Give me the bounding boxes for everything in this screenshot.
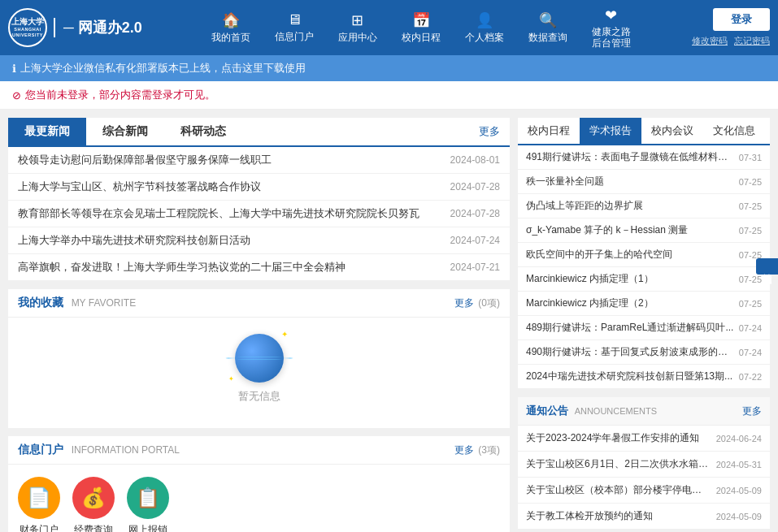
announce-item[interactable]: 关于宝山校区（校本部）部分楼宇停电的通知 2024-05-09 [518, 478, 770, 504]
right-column: 校内日程 学术报告 校内会议 文化信息 491期行健讲坛：表面电子显微镜在低维材… [518, 118, 770, 532]
right-news-item[interactable]: Marcinkiewicz 内插定理（2） 07-25 [518, 292, 770, 316]
news-item[interactable]: 上海大学与宝山区、杭州字节科技签署战略合作协议 2024-07-28 [8, 174, 510, 201]
news-item-title: 校领导走访慰问后勤保障部暑假坚守服务保障一线职工 [18, 153, 442, 167]
favorites-more-link[interactable]: 更多 [454, 296, 474, 310]
news-more-link[interactable]: 更多 [469, 118, 510, 145]
main-nav: 🏠 我的首页 🖥 信息门户 ⊞ 应用中心 📅 校内日程 👤 个人档案 🔍 数据查… [150, 2, 692, 54]
nav-calendar[interactable]: 📅 校内日程 [390, 6, 452, 50]
info-icon-finance[interactable]: 📄 财务门户 [18, 477, 60, 532]
news-item-title: 高举旗帜，奋发进取！上海大学师生学习热议党的二十届三中全会精神 [18, 260, 442, 275]
planet-star1: ✦ [281, 330, 288, 339]
info-icon-expense[interactable]: 💰 经费查询 [72, 477, 115, 532]
home-icon: 🏠 [222, 11, 240, 29]
news-item-title: 上海大学与宝山区、杭州字节科技签署战略合作协议 [18, 179, 442, 194]
news-item[interactable]: 上海大学举办中瑞先进技术研究院科技创新日活动 2024-07-24 [8, 227, 510, 254]
favorites-title-area: 我的收藏 MY FAVORITE [18, 296, 136, 310]
feedback-button[interactable]: 问题反馈 [756, 258, 778, 275]
right-news-item[interactable]: 欧氏空间中的开子集上的哈代空间 07-25 [518, 243, 770, 267]
news-item-date: 2024-07-28 [450, 208, 500, 219]
nav-profile[interactable]: 👤 个人档案 [454, 6, 515, 50]
info-portal-title-area: 信息门户 INFORMATION PORTAL [18, 443, 180, 457]
favorites-more-area: 更多 (0项) [454, 296, 500, 310]
right-news-date: 07-25 [739, 226, 762, 236]
modify-password-link[interactable]: 修改密码 [692, 35, 728, 47]
right-news-title: 欧氏空间中的开子集上的哈代空间 [526, 248, 734, 262]
planet-ring [225, 357, 293, 360]
announce-item[interactable]: 关于2023-2024学年暑假工作安排的通知 2024-06-24 [518, 426, 770, 452]
nav-home[interactable]: 🏠 我的首页 [200, 6, 262, 50]
right-news-date: 07-22 [739, 372, 762, 382]
profile-label: 个人档案 [465, 31, 504, 45]
app-icon: ⊞ [351, 11, 363, 29]
right-news-item[interactable]: Marcinkiewicz 内插定理（1） 07-25 [518, 267, 770, 292]
notice-text: 上海大学企业微信私有化部署版本已上线，点击这里下载使用 [20, 61, 306, 76]
warning-text: 您当前未登录，部分内容需登录才可见。 [25, 88, 215, 102]
news-tabs: 最更新闻 综合新闻 科研动态 更多 [8, 118, 510, 147]
reimbursement-icon-circle: 📋 [127, 477, 169, 519]
news-item[interactable]: 教育部部长等领导在京会见瑞士工程院院长、上海大学中瑞先进技术研究院院长贝努瓦 2… [8, 201, 510, 227]
login-button[interactable]: 登录 [713, 8, 770, 31]
info-portal-count: (3项) [478, 443, 500, 457]
right-news-item[interactable]: 秩一张量补全问题 07-25 [518, 170, 770, 194]
announce-list: 关于2023-2024学年暑假工作安排的通知 2024-06-24 关于宝山校区… [518, 426, 770, 530]
news-item[interactable]: 高举旗帜，奋发进取！上海大学师生学习热议党的二十届三中全会精神 2024-07-… [8, 254, 510, 281]
finance-label: 财务门户 [20, 523, 59, 532]
tab-research-news[interactable]: 科研动态 [164, 118, 242, 145]
announce-more-link[interactable]: 更多 [742, 404, 762, 418]
tab-recent-news[interactable]: 最更新闻 [8, 118, 86, 145]
right-news-item[interactable]: 2024中瑞先进技术研究院科技创新日暨第13期... 07-22 [518, 365, 770, 389]
calendar-icon: 📅 [412, 11, 430, 29]
planet-star2: ✦ [228, 375, 234, 383]
warning-icon: ⊘ [12, 89, 21, 102]
right-news-item[interactable]: 490期行健讲坛：基于回复式反射波束成形的无... 07-24 [518, 340, 770, 365]
tab-school-calendar[interactable]: 校内日程 [518, 118, 580, 144]
news-item-date: 2024-07-21 [450, 262, 500, 273]
announce-header: 通知公告 ANNOUNCEMENTS 更多 [518, 397, 770, 426]
right-news-title: 491期行健讲坛：表面电子显微镜在低维材料的... [526, 150, 734, 164]
news-list: 校领导走访慰问后勤保障部暑假坚守服务保障一线职工 2024-08-01 上海大学… [8, 147, 510, 281]
info-icon-reimbursement[interactable]: 📋 网上报销 [127, 477, 169, 532]
announce-item[interactable]: 关于宝山校区6月1日、2日二次供水水箱水... 2024-05-31 [518, 452, 770, 478]
home-label: 我的首页 [211, 31, 250, 45]
header: 上海大学 SHANGHAI UNIVERSITY ─ 网通办2.0 🏠 我的首页… [0, 0, 778, 55]
tab-academic-report[interactable]: 学术报告 [580, 118, 641, 144]
right-news-title: 伪凸域上等距距的边界扩展 [526, 199, 734, 213]
tab-culture-info[interactable]: 文化信息 [703, 118, 765, 144]
right-tabs-section: 校内日程 学术报告 校内会议 文化信息 491期行健讲坛：表面电子显微镜在低维材… [518, 118, 770, 389]
right-news-title: σ_k-Yamabe 算子的 k－Hessian 测量 [526, 223, 734, 237]
right-news-date: 07-25 [739, 177, 762, 187]
query-label: 数据查询 [528, 31, 567, 45]
tab-general-news[interactable]: 综合新闻 [86, 118, 164, 145]
favorites-section: 我的收藏 MY FAVORITE 更多 (0项) ✦ ✦ 暂无信息 [8, 289, 510, 428]
notice-icon: ℹ [12, 63, 16, 75]
nav-health[interactable]: ❤ 健康之路后台管理 [580, 2, 642, 54]
finance-icon-circle: 📄 [18, 477, 60, 519]
tab-school-meeting[interactable]: 校内会议 [641, 118, 703, 144]
favorites-count: (0项) [478, 296, 500, 310]
news-item-title: 教育部部长等领导在京会见瑞士工程院院长、上海大学中瑞先进技术研究院院长贝努瓦 [18, 206, 442, 221]
right-news-item[interactable]: 伪凸域上等距距的边界扩展 07-25 [518, 194, 770, 218]
right-news-item[interactable]: 489期行健讲坛：ParamReL通过渐进解码贝叶... 07-24 [518, 316, 770, 340]
info-portal-title: 信息门户 [18, 443, 63, 456]
news-item-date: 2024-08-01 [450, 154, 500, 166]
nav-query[interactable]: 🔍 数据查询 [517, 6, 579, 50]
right-news-title: 490期行健讲坛：基于回复式反射波束成形的无... [526, 345, 734, 359]
forget-password-link[interactable]: 忘记密码 [734, 35, 770, 47]
announce-item[interactable]: 关于教工体检开放预约的通知 2024-05-09 [518, 504, 770, 530]
right-news-item[interactable]: 491期行健讲坛：表面电子显微镜在低维材料的... 07-31 [518, 145, 770, 170]
health-label: 健康之路后台管理 [592, 26, 631, 50]
query-icon: 🔍 [539, 11, 557, 29]
login-warning: ⊘ 您当前未登录，部分内容需登录才可见。 [0, 81, 778, 110]
info-portal-section: 信息门户 INFORMATION PORTAL 更多 (3项) 📄 财务门户 💰… [8, 436, 510, 532]
info-portal-more-link[interactable]: 更多 [454, 443, 474, 457]
nav-portal[interactable]: 🖥 信息门户 [263, 6, 325, 49]
notice-bar[interactable]: ℹ 上海大学企业微信私有化部署版本已上线，点击这里下载使用 [0, 55, 778, 81]
planet-graphic: ✦ ✦ [235, 334, 284, 383]
nav-app[interactable]: ⊞ 应用中心 [327, 6, 389, 50]
profile-icon: 👤 [476, 11, 493, 29]
announce-title: 通知公告 [526, 404, 568, 417]
news-item[interactable]: 校领导走访慰问后勤保障部暑假坚守服务保障一线职工 2024-08-01 [8, 147, 510, 174]
right-news-title: 秩一张量补全问题 [526, 175, 734, 188]
calendar-label: 校内日程 [402, 31, 441, 45]
right-news-item[interactable]: σ_k-Yamabe 算子的 k－Hessian 测量 07-25 [518, 218, 770, 243]
